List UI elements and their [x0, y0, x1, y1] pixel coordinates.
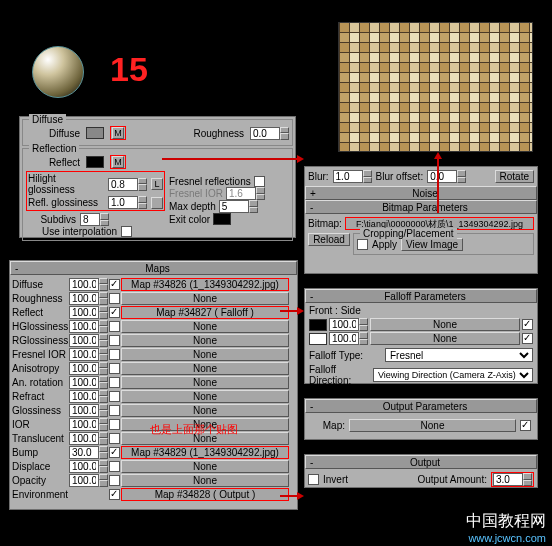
map-amount-spinner[interactable] [69, 292, 108, 305]
map-checkbox[interactable] [109, 279, 120, 290]
map-amount-spinner[interactable] [69, 320, 108, 333]
output-rollout[interactable]: -Output [305, 455, 537, 469]
front-checkbox[interactable] [522, 319, 533, 330]
map-checkbox[interactable] [109, 447, 120, 458]
map-checkbox[interactable] [109, 321, 120, 332]
subdiv-spinner[interactable] [80, 213, 109, 226]
useinterp-checkbox[interactable] [121, 226, 132, 237]
map-slot-button[interactable]: Map #34829 (1_1349304292.jpg) [121, 446, 289, 459]
map-amount-input[interactable] [69, 348, 99, 361]
blur-spinner[interactable] [333, 170, 372, 183]
map-checkbox[interactable] [109, 391, 120, 402]
map-slot-button[interactable]: Map #34826 (1_1349304292.jpg) [121, 278, 289, 291]
map-amount-spinner[interactable] [69, 334, 108, 347]
map-amount-input[interactable] [69, 278, 99, 291]
map-amount-input[interactable] [69, 376, 99, 389]
map-slot-button[interactable]: None [121, 292, 289, 305]
maps-rollout[interactable]: -Maps [10, 261, 297, 275]
outputamount-input[interactable] [493, 473, 523, 486]
map-checkbox[interactable] [109, 349, 120, 360]
side-map-button[interactable]: None [370, 332, 520, 345]
map-slot-button[interactable]: None [121, 460, 289, 473]
map-amount-input[interactable] [69, 446, 99, 459]
map-slot-button[interactable]: None [121, 334, 289, 347]
map-amount-spinner[interactable] [69, 446, 108, 459]
apply-checkbox[interactable] [357, 239, 368, 250]
roughness-input[interactable] [250, 127, 280, 140]
side-val-spinner[interactable] [329, 332, 368, 345]
falloff-rollout[interactable]: -Falloff Parameters [305, 289, 537, 303]
exitcolor-swatch[interactable] [213, 213, 231, 225]
map-amount-input[interactable] [69, 292, 99, 305]
fallofftype-select[interactable]: Fresnel [385, 348, 533, 362]
map-slot-button[interactable]: None [121, 474, 289, 487]
blur-input[interactable] [333, 170, 363, 183]
map-amount-spinner[interactable] [69, 432, 108, 445]
front-map-button[interactable]: None [370, 318, 520, 331]
map-slot-button[interactable]: None [121, 390, 289, 403]
map-checkbox[interactable] [109, 489, 120, 500]
map-checkbox[interactable] [109, 419, 120, 430]
roughness-spinner[interactable] [250, 127, 289, 140]
front-swatch[interactable] [309, 319, 327, 331]
refl-gloss-map-button[interactable] [151, 197, 163, 209]
map-amount-input[interactable] [69, 334, 99, 347]
map-checkbox[interactable] [109, 377, 120, 388]
map-amount-input[interactable] [69, 460, 99, 473]
diffuse-swatch[interactable] [86, 127, 104, 139]
map-amount-spinner[interactable] [69, 348, 108, 361]
refl-gloss-input[interactable] [108, 196, 138, 209]
refl-gloss-spinner[interactable] [108, 196, 147, 209]
map-checkbox[interactable] [109, 307, 120, 318]
hilight-gloss-spinner[interactable] [108, 178, 147, 191]
map-amount-input[interactable] [69, 362, 99, 375]
map-amount-spinner[interactable] [69, 306, 108, 319]
map-checkbox[interactable] [520, 420, 531, 431]
map-amount-input[interactable] [69, 418, 99, 431]
reflect-map-button[interactable]: M [112, 156, 124, 168]
map-amount-input[interactable] [69, 432, 99, 445]
map-slot-button[interactable]: None [121, 348, 289, 361]
map-amount-input[interactable] [69, 474, 99, 487]
map-slot-button[interactable]: None [121, 362, 289, 375]
map-amount-spinner[interactable] [69, 390, 108, 403]
fresnel-checkbox[interactable] [254, 176, 265, 187]
map-amount-input[interactable] [69, 390, 99, 403]
map-slot-button[interactable]: None [121, 404, 289, 417]
map-checkbox[interactable] [109, 335, 120, 346]
hilight-gloss-input[interactable] [108, 178, 138, 191]
map-slot-button[interactable]: None [121, 376, 289, 389]
map-checkbox[interactable] [109, 475, 120, 486]
map-checkbox[interactable] [109, 293, 120, 304]
map-amount-spinner[interactable] [69, 362, 108, 375]
bitmapparams-rollout[interactable]: -Bitmap Parameters [305, 200, 537, 214]
map-slot-button[interactable]: Map #34827 ( Falloff ) [121, 306, 289, 319]
map-amount-spinner[interactable] [69, 460, 108, 473]
map-slot-button[interactable]: Map #34828 ( Output ) [121, 488, 289, 501]
side-checkbox[interactable] [522, 333, 533, 344]
map-amount-input[interactable] [69, 306, 99, 319]
map-checkbox[interactable] [109, 405, 120, 416]
map-amount-spinner[interactable] [69, 418, 108, 431]
reload-button[interactable]: Reload [308, 233, 350, 246]
map-amount-spinner[interactable] [69, 474, 108, 487]
map-slot-button[interactable]: None [349, 419, 516, 432]
map-checkbox[interactable] [109, 433, 120, 444]
invert-checkbox[interactable] [308, 474, 319, 485]
map-amount-input[interactable] [69, 404, 99, 417]
side-val-input[interactable] [329, 332, 359, 345]
maxdepth-input[interactable] [219, 200, 249, 213]
map-amount-input[interactable] [69, 320, 99, 333]
side-swatch[interactable] [309, 333, 327, 345]
map-checkbox[interactable] [109, 363, 120, 374]
map-amount-spinner[interactable] [69, 404, 108, 417]
reflect-swatch[interactable] [86, 156, 104, 168]
outputamount-spinner[interactable] [493, 473, 532, 486]
falloffdir-select[interactable]: Viewing Direction (Camera Z-Axis) [373, 368, 533, 382]
front-val-input[interactable] [329, 318, 359, 331]
noise-rollout[interactable]: +Noise [305, 186, 537, 200]
lock-button[interactable]: L [151, 178, 163, 190]
maxdepth-spinner[interactable] [219, 200, 258, 213]
subdiv-input[interactable] [80, 213, 100, 226]
map-amount-spinner[interactable] [69, 376, 108, 389]
